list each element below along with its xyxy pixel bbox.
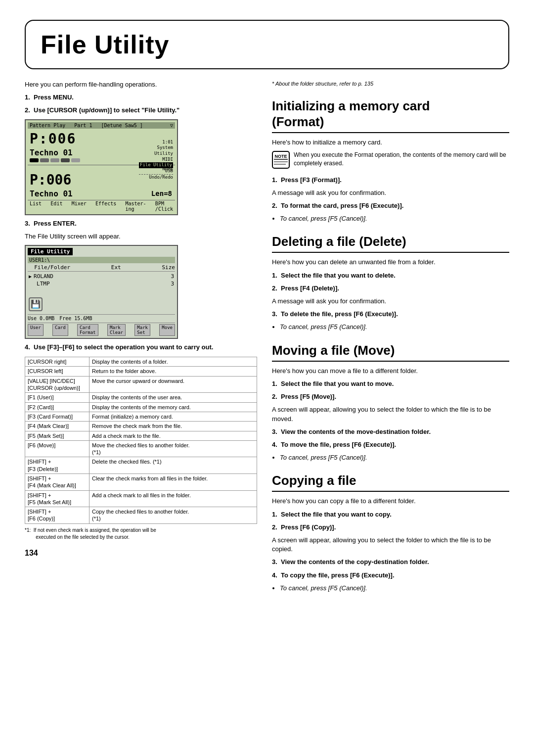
folder-note: * About the folder structure, refer to p… [272, 80, 509, 88]
init-step1-sub: A message will ask you for confirmation. [272, 189, 509, 197]
delete-step2: 2. Press [F4 (Delete)]. [272, 284, 509, 293]
delete-step3-note: To cancel, press [F5 (Cancel)]. [272, 323, 509, 331]
table-row: [VALUE] [INC/DEC][CURSOR (up/down)] Move… [25, 376, 257, 393]
file-icon-row: 💾 [28, 296, 175, 312]
section-title-move: Moving a file (Move) [272, 343, 509, 362]
table-row: [SHIFT] +[F5 (Mark Set All)] Add a check… [25, 490, 257, 507]
note-box-init: NOTE When you execute the Format operati… [272, 151, 509, 172]
copy-step1: 1. Select the file that you want to copy… [272, 510, 509, 519]
table-row: [SHIFT] +[F6 (Copy)] Copy the checked fi… [25, 507, 257, 524]
lcd-label-row: List Edit Mixer Effects Master-ing BPM/C… [28, 200, 175, 212]
left-column: Here you can perform file-handling opera… [25, 80, 257, 736]
table-row: [F6 (Move)] Move the checked files to an… [25, 440, 257, 457]
section-title-delete: Deleting a file (Delete) [272, 234, 509, 253]
init-step2: 2. To format the card, press [F6 (Execut… [272, 201, 509, 210]
two-col-layout: Here you can perform file-handling opera… [25, 80, 509, 736]
copy-step4: 4. To copy the file, press [F6 (Execute)… [272, 571, 509, 580]
file-screen-header: File/Folder Ext Size [28, 264, 175, 272]
move-intro: Here's how you can move a file to a diff… [272, 367, 509, 376]
move-step2: 2. Press [F5 (Move)]. [272, 392, 509, 401]
section-title-copy: Copying a file [272, 473, 509, 492]
section-title-init: Initializing a memory card(Format) [272, 98, 509, 133]
intro-text: Here you can perform file-handling opera… [25, 80, 257, 89]
step1: 1. Press MENU. [25, 93, 257, 102]
right-column: * About the folder structure, refer to p… [272, 80, 509, 736]
note-icon: NOTE [272, 151, 290, 169]
copy-step2: 2. Press [F6 (Copy)]. [272, 523, 509, 532]
copy-step3: 3. View the contents of the copy-destina… [272, 558, 509, 567]
delete-step2-sub: A message will ask you for confirmation. [272, 297, 509, 306]
key-table: [CURSOR right] Display the contents of a… [25, 357, 257, 524]
lcd-menu-right: 1:01 System Utility MIDI File Utility US… [139, 140, 173, 181]
init-note: When you execute the Format operation, t… [294, 151, 509, 168]
page-title: File Utility [41, 30, 493, 59]
table-row: [CURSOR right] Display the contents of a… [25, 357, 257, 367]
file-row-roland: ▶ ROLAND 3 [28, 273, 175, 280]
lcd-top-bar: Pattern Play Part 1 [Detune Saw5 ] ▽ [28, 122, 175, 129]
init-intro: Here's how to initialize a memory card. [272, 138, 509, 147]
step3: 3. Press ENTER. [25, 219, 257, 228]
move-step4-note: To cancel, press [F5 (Cancel)]. [272, 453, 509, 462]
delete-step3: 3. To delete the file, press [F6 (Execut… [272, 310, 509, 319]
lcd-screen-1: Pattern Play Part 1 [Detune Saw5 ] ▽ P:0… [25, 119, 178, 215]
table-row: [SHIFT] +[F3 (Delete)] Delete the checke… [25, 457, 257, 474]
move-step4: 4. To move the file, press [F6 (Execute)… [272, 440, 509, 449]
init-step1: 1. Press [F3 (Format)]. [272, 176, 509, 185]
table-row: [F5 (Mark Set)] Add a check mark to the … [25, 431, 257, 440]
lcd-len: Len=8 [151, 189, 172, 197]
footnote: *1: If not even check mark is assigned, … [25, 527, 257, 541]
init-step2-note: To cancel, press [F5 (Cancel)]. [272, 214, 509, 223]
step3-sub: The File Utility screen will appear. [25, 232, 257, 241]
table-row: [F4 (Mark Clear)] Remove the check mark … [25, 422, 257, 431]
table-row: [CURSOR left] Return to the folder above… [25, 367, 257, 376]
svg-text:NOTE: NOTE [274, 154, 287, 159]
move-step1: 1. Select the file that you want to move… [272, 379, 509, 388]
title-box: File Utility [25, 20, 509, 69]
table-row: [SHIFT] +[F4 (Mark Clear All)] Clear the… [25, 473, 257, 490]
step4: 4. Use [F3]–[F6] to select the operation… [25, 343, 257, 352]
page-number: 134 [25, 549, 257, 558]
copy-step2-sub: A screen will appear, allowing you to se… [272, 536, 509, 554]
table-row: [F2 (Card)] Display the contents of the … [25, 402, 257, 412]
step2: 2. Use [CURSOR (up/down)] to select "Fil… [25, 106, 257, 115]
delete-step1: 1. Select the file that you want to dele… [272, 271, 509, 280]
table-row: [F1 (User)] Display the contents of the … [25, 393, 257, 402]
file-buttons: User Card CardFormat MarkClear MarkSet M… [28, 323, 175, 336]
copy-step4-note: To cancel, press [F5 (Cancel)]. [272, 584, 509, 593]
file-status: Use 0.0MB Free 15.6MB [28, 314, 175, 321]
move-step3: 3. View the contents of the move-destina… [272, 427, 509, 436]
file-utility-screen: File Utility USER1:\ File/Folder Ext Siz… [25, 245, 178, 339]
copy-intro: Here's how you can copy a file to a diff… [272, 497, 509, 506]
page: File Utility Here you can perform file-h… [0, 0, 534, 756]
lcd-sub2: Techno 01 [30, 189, 73, 198]
file-row-tmp: LTMP 3 [28, 280, 175, 287]
file-screen-title: File Utility [28, 248, 73, 255]
move-step2-sub: A screen will appear, allowing you to se… [272, 405, 509, 423]
table-row: [F3 (Card Format)] Format (initialize) a… [25, 412, 257, 421]
delete-intro: Here's how you can delete an unwanted fi… [272, 258, 509, 267]
